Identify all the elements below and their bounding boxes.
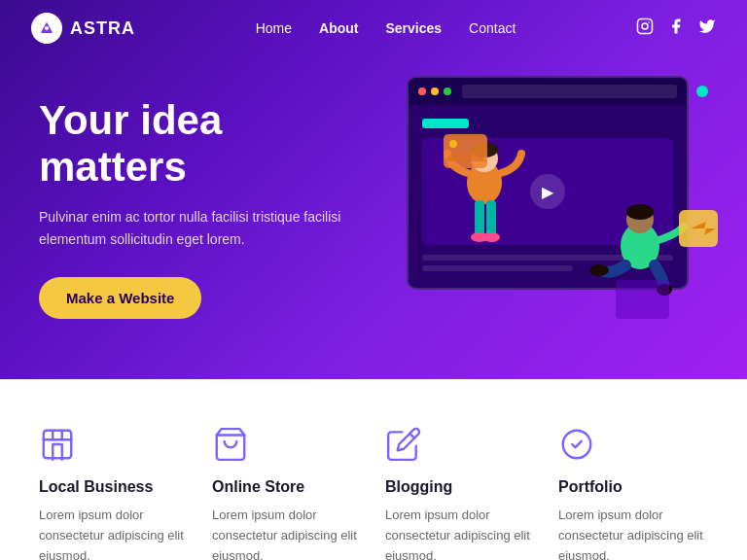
svg-point-3 — [648, 21, 650, 23]
facebook-icon[interactable] — [667, 18, 685, 39]
svg-point-16 — [589, 264, 609, 276]
svg-rect-7 — [475, 200, 484, 237]
feature-portfolio: Portfolio Lorem ipsum dolor consectetur … — [558, 426, 708, 560]
svg-point-0 — [45, 26, 49, 30]
nav-contact[interactable]: Contact — [469, 20, 516, 36]
check-circle-icon — [558, 426, 597, 465]
feature-local-business: Local Business Lorem ipsum dolor consect… — [39, 426, 189, 560]
nav: Home About Services Contact — [256, 20, 516, 36]
svg-point-15 — [626, 204, 654, 220]
nav-about[interactable]: About — [319, 20, 358, 36]
building-icon — [39, 426, 78, 465]
svg-point-10 — [482, 232, 500, 242]
hero-subtitle: Pulvinar enim ac tortor nulla facilisi t… — [39, 206, 350, 250]
local-business-title: Local Business — [39, 478, 189, 496]
svg-point-12 — [449, 140, 457, 148]
cta-button[interactable]: Make a Website — [39, 277, 201, 319]
hero-section: Your idea matters Pulvinar enim ac torto… — [0, 0, 747, 379]
logo[interactable]: ASTRA — [31, 13, 135, 44]
portfolio-title: Portfolio — [558, 478, 708, 496]
features-section: Local Business Lorem ipsum dolor consect… — [0, 379, 747, 560]
svg-rect-11 — [444, 134, 487, 168]
svg-rect-8 — [486, 200, 496, 237]
edit-icon — [385, 426, 424, 465]
local-business-desc: Lorem ipsum dolor consectetur adipiscing… — [39, 506, 189, 560]
svg-rect-19 — [616, 280, 669, 319]
bag-icon — [212, 426, 251, 465]
feature-blogging: Blogging Lorem ipsum dolor consectetur a… — [385, 426, 535, 560]
online-store-title: Online Store — [212, 478, 362, 496]
header: ASTRA Home About Services Contact — [0, 0, 747, 56]
nav-home[interactable]: Home — [256, 20, 292, 36]
social-icons — [636, 18, 716, 39]
hero-title: Your idea matters — [39, 97, 350, 192]
hero-illustration: ▶ — [377, 56, 728, 377]
nav-services[interactable]: Services — [385, 20, 442, 36]
blogging-title: Blogging — [385, 478, 535, 496]
instagram-icon[interactable] — [636, 18, 654, 39]
hero-content: Your idea matters Pulvinar enim ac torto… — [0, 58, 389, 377]
logo-icon — [31, 13, 62, 44]
feature-online-store: Online Store Lorem ipsum dolor consectet… — [212, 426, 362, 560]
online-store-desc: Lorem ipsum dolor consectetur adipiscing… — [212, 506, 362, 560]
portfolio-desc: Lorem ipsum dolor consectetur adipiscing… — [558, 506, 708, 560]
blogging-desc: Lorem ipsum dolor consectetur adipiscing… — [385, 506, 535, 560]
twitter-icon[interactable] — [698, 18, 716, 39]
svg-point-2 — [642, 23, 648, 29]
logo-name: ASTRA — [70, 18, 135, 39]
svg-rect-1 — [638, 19, 653, 34]
